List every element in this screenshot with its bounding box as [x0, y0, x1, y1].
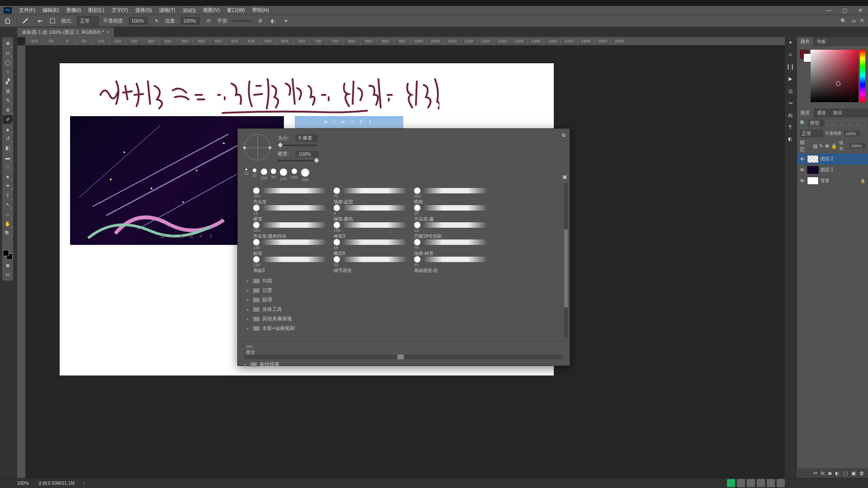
ruler-vertical[interactable] — [17, 45, 25, 478]
search-icon[interactable]: 🔍 — [840, 18, 847, 24]
menu-filter[interactable]: 滤镜(T) — [156, 6, 178, 14]
pressure-size-icon[interactable]: ◐ — [269, 17, 277, 25]
path-tool[interactable]: ↖ — [3, 201, 13, 209]
brush-folder[interactable]: ▸勾线 — [247, 276, 561, 286]
filter-type-icon[interactable] — [843, 120, 849, 127]
adjustment-icon[interactable]: ◐ — [835, 470, 840, 476]
pressure-opacity-icon[interactable]: ✎ — [152, 17, 160, 25]
visibility-icon[interactable]: 👁 — [800, 167, 805, 173]
panel-icon[interactable]: ≡ — [789, 52, 792, 57]
panel-icon[interactable]: ≔ — [788, 100, 793, 106]
brush-item[interactable]: 150基础3 — [251, 255, 328, 272]
collapse-panel-icon[interactable]: ▣ — [562, 174, 567, 180]
tray-icon[interactable] — [747, 479, 755, 487]
menu-image[interactable]: 图像(I) — [64, 6, 84, 14]
filter-pixel-icon[interactable] — [826, 120, 833, 127]
magic-wand-tool[interactable]: ✧ — [3, 68, 13, 76]
brush-list-scrollbar[interactable] — [564, 183, 568, 338]
home-icon[interactable] — [4, 17, 12, 25]
quick-mask-icon[interactable]: ◙ — [3, 261, 13, 269]
tab-layers[interactable]: 图层 — [797, 108, 813, 117]
new-layer-icon[interactable]: ▣ — [851, 470, 856, 476]
share-icon[interactable]: ⇱ — [860, 18, 864, 24]
brush-folder[interactable]: ▾ 杂信採寒 — [244, 360, 563, 369]
brush-size-preset[interactable]: 150 — [260, 169, 267, 182]
text-tool[interactable]: T — [3, 191, 13, 200]
layer-row[interactable]: 👁图层 2 — [797, 154, 868, 164]
symmetry-icon[interactable]: ✦ — [282, 17, 290, 25]
layer-row[interactable]: 👁背景🔒 — [797, 175, 868, 186]
brush-size-preset[interactable]: 25 — [252, 169, 257, 182]
brush-folder[interactable]: ▸过度 — [247, 286, 561, 295]
edit-toolbar[interactable]: ⋯ — [3, 239, 13, 247]
panel-icon[interactable]: ⊡ — [788, 88, 793, 94]
group-icon[interactable]: ▢ — [843, 470, 848, 476]
flow-input[interactable]: 100% — [181, 17, 200, 24]
ruler-horizontal[interactable]: -100-50050100150200250300350400450500525… — [25, 37, 785, 45]
brush-size-preset[interactable]: 300 — [301, 169, 309, 182]
brush-item[interactable]: 19硬笔 — [251, 204, 328, 220]
brush-tool-icon[interactable] — [21, 16, 31, 26]
filter-smart-icon[interactable] — [859, 120, 865, 127]
lock-pos-icon[interactable]: ✥ — [825, 143, 829, 149]
menu-3d[interactable]: 3D(D) — [180, 7, 198, 14]
lasso-tool[interactable]: ◯ — [3, 58, 13, 67]
delete-icon[interactable]: 🗑 — [859, 470, 864, 476]
screen-mode-icon[interactable]: ▭ — [3, 270, 13, 279]
lock-paint-icon[interactable]: ✎ — [819, 143, 823, 149]
crop-tool[interactable]: ▞ — [3, 77, 13, 86]
brush-size-preset[interactable]: 90 — [271, 169, 276, 182]
hardness-slider[interactable] — [278, 160, 317, 161]
zoom-tool[interactable]: 🔍 — [3, 229, 13, 238]
lock-trans-icon[interactable]: ▨ — [813, 143, 817, 149]
tab-paths[interactable]: 路径 — [830, 108, 846, 117]
brush-item[interactable]: 150粉笔 — [251, 238, 328, 254]
blur-tool[interactable]: ○ — [3, 163, 13, 171]
menu-select[interactable]: 选择(S) — [132, 6, 155, 14]
brush-item[interactable]: 200方头笔 — [251, 187, 328, 203]
minimize-icon[interactable]: — — [823, 6, 834, 14]
workspace-icon[interactable]: ▭ — [851, 18, 856, 24]
tray-icon[interactable] — [777, 479, 785, 487]
status-arrow-icon[interactable]: › — [84, 481, 85, 486]
eyedropper-tool[interactable]: ✎ — [3, 96, 13, 105]
fx-icon[interactable]: fx — [821, 470, 825, 476]
doc-info[interactable]: 文档:5.93M/21.1M — [38, 480, 75, 487]
clone-tool[interactable]: ▲ — [3, 125, 13, 133]
tray-icon[interactable] — [737, 479, 745, 487]
pen-tool[interactable]: ✒ — [3, 182, 13, 190]
zoom-level[interactable]: 100% — [17, 481, 29, 486]
panel-icon[interactable]: ✦ — [788, 40, 793, 46]
visibility-icon[interactable]: 👁 — [800, 178, 805, 183]
healing-tool[interactable]: ⊕ — [3, 106, 13, 114]
brush-folder[interactable]: ▸涂抹工具 — [247, 305, 561, 314]
brush-item[interactable]: 394喷枪 — [412, 187, 489, 203]
brush-settings-icon[interactable] — [48, 17, 57, 25]
airbrush-icon[interactable]: ⟳ — [204, 17, 212, 25]
panel-icon[interactable]: ◐ — [788, 136, 793, 142]
brush-size-preset[interactable]: 10 — [244, 169, 249, 182]
hand-tool[interactable]: ✋ — [3, 220, 13, 228]
brush-folder[interactable]: ▸肌理 — [247, 295, 561, 305]
smooth-input[interactable] — [233, 20, 252, 22]
close-icon[interactable]: ✕ — [855, 6, 865, 14]
brush-folder[interactable]: ▸水彩+油画笔刷 — [247, 324, 561, 333]
marquee-tool[interactable]: ▭ — [3, 49, 13, 57]
menu-window[interactable]: 窗口(W) — [224, 6, 248, 14]
panel-scrollbar[interactable] — [244, 355, 563, 359]
lock-all-icon[interactable]: 🔒 — [831, 143, 837, 149]
brush-item[interactable]: 150方头笔-颜色抖动 — [251, 221, 328, 237]
tab-channels[interactable]: 通道 — [813, 108, 830, 117]
tab-color[interactable]: 颜色 — [797, 37, 813, 46]
visibility-icon[interactable]: 👁 — [800, 156, 805, 162]
brush-item[interactable]: 45基础画笔-软 — [412, 255, 489, 272]
brush-tool[interactable]: ✐ — [3, 115, 13, 124]
tray-icon[interactable] — [727, 479, 735, 487]
brush-folder[interactable]: ▸其他具像画笔 — [247, 314, 561, 324]
layer-kind-select[interactable]: 类型 — [808, 119, 825, 127]
document-tab[interactable]: 未标题-1 @ 100% (图层 2, RGB/8#) * × — [17, 28, 114, 37]
menu-edit[interactable]: 编辑(E) — [40, 6, 62, 14]
brush-item[interactable]: 70场景-起型 — [332, 187, 409, 203]
size-input[interactable]: 9 像素 — [296, 134, 318, 142]
tray-icon[interactable] — [757, 479, 765, 487]
